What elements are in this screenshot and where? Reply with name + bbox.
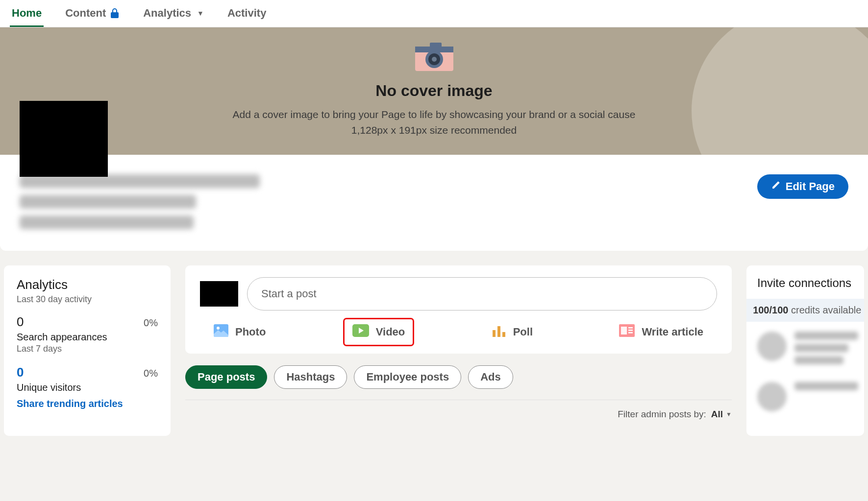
svg-rect-9 <box>493 330 496 337</box>
compose-photo[interactable]: Photo <box>207 320 273 344</box>
invite-title: Invite connections <box>757 276 853 290</box>
invite-credits: 100/100 credits available <box>746 299 864 322</box>
avatar <box>757 382 787 411</box>
analytics-title: Analytics <box>17 277 158 292</box>
analytics-subtitle: Last 30 day activity <box>17 294 158 305</box>
cover-placeholder[interactable]: No cover image Add a cover image to brin… <box>0 27 868 155</box>
top-tabs: Home Content Analytics ▼ Activity <box>0 0 868 27</box>
connection-item[interactable] <box>757 332 853 368</box>
svg-rect-15 <box>628 330 633 331</box>
unique-visitors-label: Unique visitors <box>17 382 158 393</box>
search-appearances-sublabel: Last 7 days <box>17 344 158 354</box>
pencil-icon <box>771 180 781 193</box>
cover-subtitle: Add a cover image to bring your Page to … <box>213 109 655 120</box>
photo-icon <box>214 324 228 340</box>
pill-hashtags[interactable]: Hashtags <box>274 365 347 389</box>
lock-icon <box>110 8 120 19</box>
camera-icon <box>415 43 453 73</box>
svg-rect-13 <box>621 327 627 334</box>
page-meta <box>20 174 260 236</box>
video-icon <box>352 324 369 340</box>
share-trending-link[interactable]: Share trending articles <box>17 398 158 409</box>
admin-filter-row: Filter admin posts by: All ▼ <box>185 400 732 420</box>
svg-rect-16 <box>628 332 633 334</box>
cover-size-hint: 1,128px x 191px size recommended <box>332 124 536 136</box>
tab-home[interactable]: Home <box>10 0 44 27</box>
svg-rect-10 <box>497 326 500 337</box>
svg-rect-11 <box>502 332 505 337</box>
start-post-button[interactable]: Start a post <box>247 277 717 310</box>
poll-icon <box>492 324 506 340</box>
page-logo[interactable] <box>20 101 108 177</box>
invite-panel: Invite connections 100/100 credits avail… <box>746 265 864 436</box>
pill-ads[interactable]: Ads <box>468 365 513 389</box>
edit-page-button[interactable]: Edit Page <box>757 174 848 199</box>
unique-visitors-value[interactable]: 0 <box>17 365 24 380</box>
unique-visitors-pct: 0% <box>144 368 158 379</box>
avatar <box>757 332 787 361</box>
search-appearances-pct: 0% <box>144 317 158 329</box>
chevron-down-icon: ▼ <box>726 411 732 418</box>
tab-activity[interactable]: Activity <box>225 0 268 27</box>
cover-decoration <box>692 27 868 155</box>
post-filter-pills: Page posts Hashtags Employee posts Ads <box>185 365 732 389</box>
compose-poll[interactable]: Poll <box>485 320 540 344</box>
tab-content[interactable]: Content <box>63 0 122 27</box>
analytics-panel: Analytics Last 30 day activity 0 0% Sear… <box>4 265 171 436</box>
pill-employee-posts[interactable]: Employee posts <box>354 365 461 389</box>
svg-point-7 <box>217 327 220 330</box>
article-icon <box>619 324 635 340</box>
svg-rect-14 <box>628 327 633 329</box>
search-appearances-label: Search appearances <box>17 332 158 343</box>
compose-video[interactable]: Video <box>346 320 412 344</box>
cover-title: No cover image <box>375 82 492 100</box>
pill-page-posts[interactable]: Page posts <box>185 365 267 389</box>
admin-filter-dropdown[interactable]: All ▼ <box>711 409 732 420</box>
svg-point-5 <box>432 57 437 62</box>
page-hero: No cover image Add a cover image to brin… <box>0 27 868 251</box>
admin-filter-label: Filter admin posts by: <box>618 409 706 420</box>
compose-article[interactable]: Write article <box>612 320 710 344</box>
page-logo-small <box>200 281 238 307</box>
chevron-down-icon: ▼ <box>197 9 204 17</box>
tab-analytics[interactable]: Analytics ▼ <box>141 0 206 27</box>
compose-panel: Start a post Photo Video <box>185 265 732 354</box>
connection-item[interactable] <box>757 382 853 411</box>
search-appearances-value: 0 <box>17 314 24 330</box>
